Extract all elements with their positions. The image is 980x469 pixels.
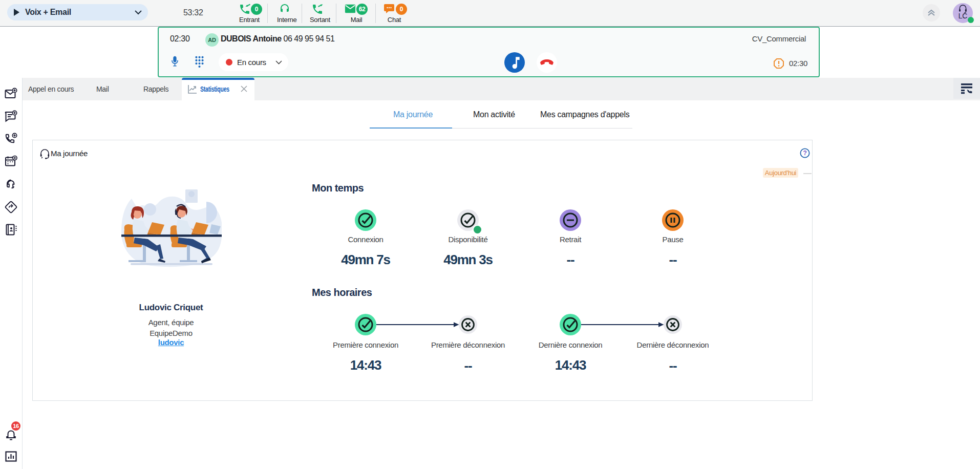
svg-text:?: ? — [803, 150, 806, 157]
